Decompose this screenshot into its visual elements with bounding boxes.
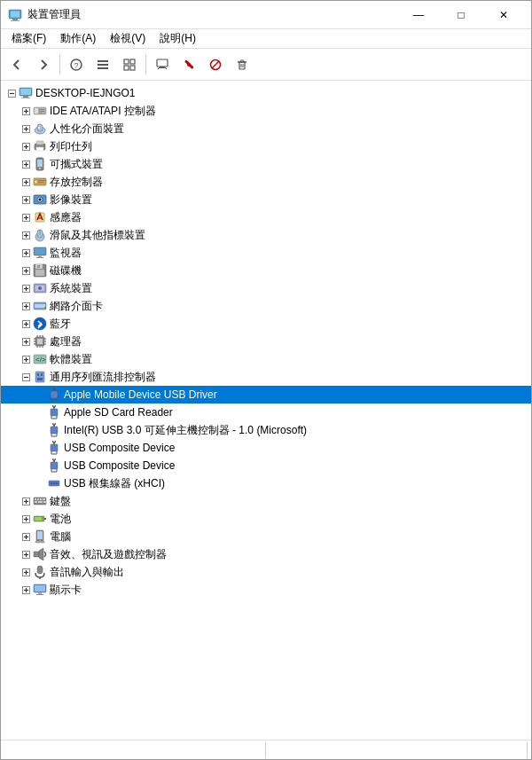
- minimize-button[interactable]: —: [398, 3, 439, 27]
- item-icon-usb-comp2: [47, 458, 61, 473]
- tree-item-hid[interactable]: 人性化介面裝置: [1, 120, 531, 137]
- expand-btn-root[interactable]: [4, 86, 19, 100]
- svg-rect-205: [37, 566, 43, 574]
- help-button[interactable]: ?: [64, 52, 89, 77]
- update-driver-button[interactable]: [176, 52, 201, 77]
- svg-rect-87: [38, 255, 42, 257]
- device-tree[interactable]: DESKTOP-IEJNGO1IDE ATA/ATAPI 控制器人性化介面裝置列…: [1, 81, 531, 740]
- item-icon-display: [33, 583, 47, 597]
- tree-item-bluetooth[interactable]: 藍牙: [1, 315, 531, 333]
- expand-btn-intel-usb: [33, 423, 47, 437]
- tree-item-usb-comp2[interactable]: USB Composite Device: [1, 457, 531, 474]
- tree-item-system[interactable]: 系統裝置: [1, 279, 531, 297]
- expand-btn-monitor[interactable]: [19, 246, 33, 260]
- expand-btn-floppy[interactable]: [19, 263, 33, 278]
- item-label-portable: 可攜式裝置: [50, 157, 103, 172]
- item-label-audio: 音效、視訊及遊戲控制器: [50, 547, 167, 562]
- expand-btn-display[interactable]: [19, 583, 33, 597]
- expand-btn-portable[interactable]: [19, 157, 33, 171]
- tree-item-mouse[interactable]: 滑鼠及其他指標裝置: [1, 226, 531, 244]
- expand-btn-hid[interactable]: [19, 121, 33, 136]
- tree-item-floppy[interactable]: 磁碟機: [1, 262, 531, 279]
- expand-btn-sensor[interactable]: [19, 210, 33, 224]
- menu-item-動作(A)[interactable]: 動作(A): [53, 29, 103, 48]
- item-icon-apple-usb: [47, 388, 61, 402]
- tree-item-sensor[interactable]: 感應器: [1, 208, 531, 226]
- uninstall-button[interactable]: [230, 52, 254, 77]
- tree-item-network[interactable]: 網路介面卡: [1, 297, 531, 315]
- svg-rect-183: [38, 501, 43, 503]
- tree-item-intel-usb[interactable]: Intel(R) USB 3.0 可延伸主機控制器 - 1.0 (Microso…: [1, 421, 531, 439]
- tree-item-software[interactable]: </>軟體裝置: [1, 350, 531, 368]
- tree-item-usb-xhci[interactable]: USB 根集線器 (xHCI): [1, 474, 531, 492]
- expand-btn-software[interactable]: [19, 352, 33, 366]
- tree-item-monitor[interactable]: 監視器: [1, 244, 531, 262]
- expand-btn-system[interactable]: [19, 281, 33, 295]
- item-label-keyboard: 鍵盤: [50, 494, 71, 509]
- scan-button[interactable]: [150, 52, 175, 77]
- maximize-button[interactable]: □: [441, 3, 481, 27]
- item-icon-network: [33, 299, 47, 313]
- tree-item-ide[interactable]: IDE ATA/ATAPI 控制器: [1, 102, 531, 120]
- svg-rect-10: [130, 59, 135, 64]
- svg-rect-181: [43, 498, 45, 500]
- item-label-pc: 電腦: [50, 529, 71, 545]
- expand-btn-network[interactable]: [19, 299, 33, 313]
- svg-rect-180: [40, 498, 42, 500]
- expand-btn-audioin[interactable]: [19, 565, 33, 579]
- tree-item-audio[interactable]: 音效、視訊及遊戲控制器: [1, 545, 531, 563]
- status-bar: [1, 740, 531, 759]
- expand-btn-bluetooth[interactable]: [19, 317, 33, 331]
- svg-point-62: [35, 181, 37, 184]
- tree-item-printer[interactable]: 列印仕列: [1, 137, 531, 155]
- tree-item-usb-comp1[interactable]: USB Composite Device: [1, 439, 531, 457]
- expand-btn-audio[interactable]: [19, 547, 33, 561]
- menu-item-檔案(F)[interactable]: 檔案(F): [4, 29, 53, 48]
- tree-item-imaging[interactable]: 影像裝置: [1, 191, 531, 208]
- svg-rect-13: [157, 59, 168, 67]
- tree-item-cpu[interactable]: 處理器: [1, 333, 531, 350]
- svg-rect-94: [37, 265, 40, 268]
- tree-item-pc[interactable]: 電腦: [1, 528, 531, 545]
- tree-item-storage[interactable]: 存放控制器: [1, 173, 531, 191]
- svg-rect-190: [35, 517, 42, 521]
- menu-item-說明(H)[interactable]: 說明(H): [153, 29, 203, 48]
- back-button[interactable]: [4, 52, 29, 77]
- expand-btn-usb-root[interactable]: [19, 370, 33, 384]
- expand-btn-ide[interactable]: [19, 104, 33, 118]
- expand-btn-mouse[interactable]: [19, 228, 33, 242]
- view2-button[interactable]: [117, 52, 142, 77]
- item-icon-mouse: [33, 228, 47, 242]
- menu-item-檢視(V)[interactable]: 檢視(V): [103, 29, 153, 48]
- item-label-display: 顯示卡: [50, 583, 82, 598]
- tree-item-keyboard[interactable]: 鍵盤: [1, 492, 531, 510]
- item-icon-floppy: [33, 263, 47, 278]
- svg-point-70: [39, 199, 42, 201]
- expand-btn-pc[interactable]: [19, 529, 33, 544]
- forward-button[interactable]: [31, 52, 56, 77]
- tree-item-usb-root[interactable]: 通用序列匯流排控制器: [1, 368, 531, 386]
- close-button[interactable]: ✕: [483, 3, 524, 27]
- item-label-apple-sd: Apple SD Card Reader: [64, 406, 173, 419]
- tree-item-apple-sd[interactable]: Apple SD Card Reader: [1, 404, 531, 421]
- tree-item-audioin[interactable]: 音訊輸入與輸出: [1, 563, 531, 581]
- svg-point-101: [38, 286, 42, 290]
- disable-button[interactable]: [203, 52, 228, 77]
- expand-btn-keyboard[interactable]: [19, 494, 33, 508]
- expand-btn-battery[interactable]: [19, 512, 33, 526]
- tree-item-battery[interactable]: 電池: [1, 510, 531, 528]
- svg-rect-49: [36, 141, 43, 145]
- expand-btn-storage[interactable]: [19, 175, 33, 189]
- view-button[interactable]: [90, 52, 115, 77]
- svg-rect-6: [98, 60, 108, 62]
- expand-btn-cpu[interactable]: [19, 334, 33, 349]
- svg-rect-107: [44, 307, 46, 309]
- svg-rect-95: [35, 270, 44, 276]
- tree-item-root[interactable]: DESKTOP-IEJNGO1: [1, 84, 531, 102]
- expand-btn-imaging[interactable]: [19, 192, 33, 207]
- expand-btn-printer[interactable]: [19, 139, 33, 153]
- tree-item-portable[interactable]: 可攜式裝置: [1, 155, 531, 173]
- svg-rect-152: [51, 427, 58, 434]
- tree-item-apple-usb[interactable]: Apple Mobile Device USB Driver: [1, 386, 531, 404]
- tree-item-display[interactable]: 顯示卡: [1, 581, 531, 599]
